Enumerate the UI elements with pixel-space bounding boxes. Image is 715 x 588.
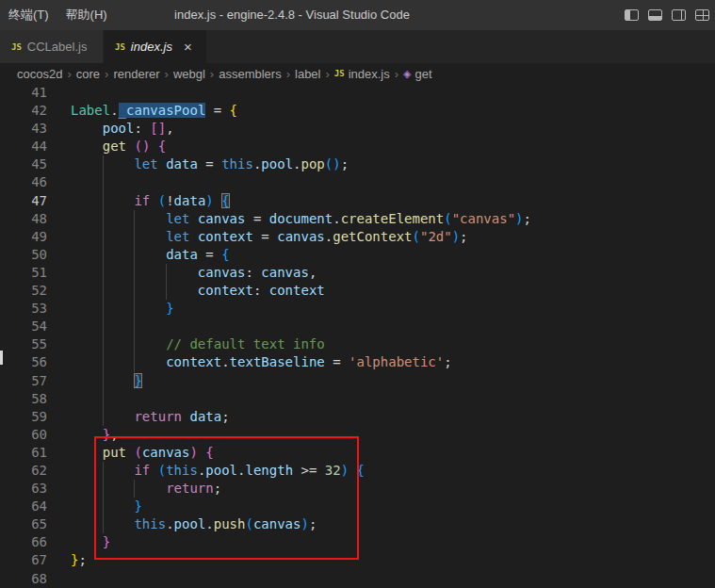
line-content[interactable]: put (canvas) { [71, 444, 715, 462]
breadcrumb-symbol[interactable]: ◈get [403, 67, 432, 81]
code-line-63[interactable]: 63 return; [0, 480, 715, 498]
tab-CCLabel.js[interactable]: JSCCLabel.js [0, 30, 104, 63]
line-content[interactable]: let canvas = document.createElement("can… [71, 210, 715, 228]
line-content[interactable]: if (!data) { [71, 192, 715, 210]
line-number[interactable]: 60 [0, 426, 71, 444]
line-number[interactable]: 58 [0, 390, 71, 408]
code-line-52[interactable]: 52 context: context [0, 282, 715, 300]
line-content[interactable]: get () { [71, 138, 715, 155]
code-line-47[interactable]: 47 if (!data) { [0, 192, 715, 210]
line-number[interactable]: 46 [0, 173, 71, 191]
line-number[interactable]: 62 [0, 462, 71, 480]
breadcrumb-item-webgl[interactable]: webgl [173, 67, 205, 81]
code-line-60[interactable]: 60 }, [0, 426, 715, 444]
code-line-49[interactable]: 49 let context = canvas.getContext("2d")… [0, 228, 715, 246]
line-number[interactable]: 61 [0, 444, 71, 462]
code-line-64[interactable]: 64 } [0, 498, 715, 515]
code-area[interactable]: 4142Label._canvasPool = {43 pool: [],44 … [0, 84, 715, 588]
code-line-62[interactable]: 62 if (this.pool.length >= 32) { [0, 462, 715, 480]
line-number[interactable]: 52 [0, 282, 71, 300]
line-number[interactable]: 53 [0, 300, 71, 318]
code-line-57[interactable]: 57 } [0, 372, 715, 390]
code-line-55[interactable]: 55 // default text info [0, 335, 715, 353]
code-line-54[interactable]: 54 [0, 318, 715, 335]
line-number[interactable]: 45 [0, 155, 71, 173]
line-number[interactable]: 56 [0, 353, 71, 371]
close-icon[interactable]: × [184, 40, 192, 54]
line-number[interactable]: 42 [0, 102, 71, 120]
line-content[interactable]: data = { [71, 246, 715, 264]
line-number[interactable]: 48 [0, 210, 71, 228]
line-number[interactable]: 63 [0, 480, 71, 498]
code-line-42[interactable]: 42Label._canvasPool = { [0, 102, 715, 120]
line-number[interactable]: 49 [0, 228, 71, 246]
code-line-65[interactable]: 65 this.pool.push(canvas); [0, 515, 715, 533]
editor[interactable]: 4142Label._canvasPool = {43 pool: [],44 … [0, 84, 715, 588]
code-line-51[interactable]: 51 canvas: canvas, [0, 264, 715, 282]
breadcrumb-item-label[interactable]: label [295, 67, 320, 81]
line-content[interactable]: return data; [71, 408, 715, 426]
code-line-68[interactable]: 68 [0, 570, 715, 588]
line-content[interactable]: } [71, 300, 715, 318]
line-content[interactable]: Label._canvasPool = { [71, 102, 715, 120]
tab-index.js[interactable]: JSindex.js× [104, 30, 207, 63]
code-line-44[interactable]: 44 get () { [0, 138, 715, 155]
code-line-46[interactable]: 46 [0, 173, 715, 191]
code-line-45[interactable]: 45 let data = this.pool.pop(); [0, 155, 715, 173]
code-line-58[interactable]: 58 [0, 390, 715, 408]
code-line-50[interactable]: 50 data = { [0, 246, 715, 264]
line-number[interactable]: 51 [0, 264, 71, 282]
code-line-48[interactable]: 48 let canvas = document.createElement("… [0, 210, 715, 228]
line-number[interactable]: 47 [0, 192, 71, 210]
code-line-56[interactable]: 56 context.textBaseline = 'alphabetic'; [0, 353, 715, 371]
code-line-67[interactable]: 67}; [0, 551, 715, 569]
line-content[interactable]: let context = canvas.getContext("2d"); [71, 228, 715, 246]
line-number[interactable]: 67 [0, 551, 71, 569]
line-number[interactable]: 64 [0, 498, 71, 515]
line-number[interactable]: 65 [0, 515, 71, 533]
code-line-43[interactable]: 43 pool: [], [0, 120, 715, 138]
line-number[interactable]: 44 [0, 138, 71, 155]
line-number[interactable]: 66 [0, 533, 71, 551]
line-content[interactable]: context.textBaseline = 'alphabetic'; [71, 353, 715, 371]
line-number[interactable]: 43 [0, 120, 71, 138]
line-content[interactable]: if (this.pool.length >= 32) { [71, 462, 715, 480]
breadcrumb-item-core[interactable]: core [76, 67, 100, 81]
line-content[interactable]: pool: [], [71, 120, 715, 138]
line-content[interactable] [71, 84, 715, 102]
breadcrumb-item-renderer[interactable]: renderer [113, 67, 159, 81]
toggle-panel-icon[interactable] [648, 9, 662, 21]
line-number[interactable]: 55 [0, 335, 71, 353]
line-number[interactable]: 50 [0, 246, 71, 264]
line-content[interactable]: return; [71, 480, 715, 498]
menu-terminal[interactable]: 终端(T) [0, 0, 57, 30]
line-content[interactable] [71, 173, 715, 191]
line-content[interactable]: } [71, 498, 715, 515]
line-content[interactable]: canvas: canvas, [71, 264, 715, 282]
line-content[interactable]: } [71, 533, 715, 551]
line-number[interactable]: 57 [0, 372, 71, 390]
line-content[interactable]: // default text info [71, 335, 715, 353]
breadcrumb-file[interactable]: JSindex.js [334, 67, 390, 81]
menu-help[interactable]: 帮助(H) [57, 0, 116, 30]
customize-layout-icon[interactable] [695, 9, 709, 21]
line-content[interactable] [71, 390, 715, 408]
line-number[interactable]: 59 [0, 408, 71, 426]
code-line-53[interactable]: 53 } [0, 300, 715, 318]
line-number[interactable]: 54 [0, 318, 71, 335]
line-number[interactable]: 41 [0, 84, 71, 102]
toggle-sidebar-icon[interactable] [625, 9, 639, 21]
line-content[interactable] [71, 570, 715, 588]
line-content[interactable] [71, 318, 715, 335]
code-line-66[interactable]: 66 } [0, 533, 715, 551]
breadcrumb-item-cocos2d[interactable]: cocos2d [17, 67, 62, 81]
code-line-41[interactable]: 41 [0, 84, 715, 102]
line-content[interactable]: context: context [71, 282, 715, 300]
toggle-secondary-sidebar-icon[interactable] [672, 9, 686, 21]
line-content[interactable]: } [71, 372, 715, 390]
line-content[interactable]: this.pool.push(canvas); [71, 515, 715, 533]
line-content[interactable]: let data = this.pool.pop(); [71, 155, 715, 173]
line-number[interactable]: 68 [0, 570, 71, 588]
code-line-61[interactable]: 61 put (canvas) { [0, 444, 715, 462]
code-line-59[interactable]: 59 return data; [0, 408, 715, 426]
